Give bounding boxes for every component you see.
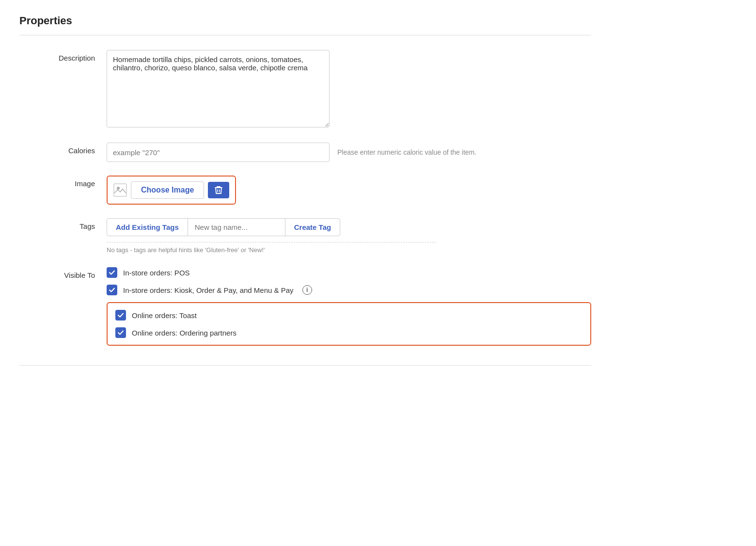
kiosk-info-icon[interactable]: i	[302, 285, 312, 295]
visible-to-kiosk-row: In-store orders: Kiosk, Order & Pay, and…	[107, 285, 591, 295]
tags-divider	[107, 242, 436, 242]
image-label: Image	[19, 176, 107, 188]
online-orders-box: Online orders: Toast Online orders: Orde…	[107, 302, 591, 346]
title-divider	[19, 35, 591, 35]
visible-to-partners-row: Online orders: Ordering partners	[115, 327, 583, 338]
visible-to-pos-row: In-store orders: POS	[107, 267, 591, 278]
partners-label: Online orders: Ordering partners	[132, 329, 236, 337]
trash-icon	[215, 186, 222, 194]
toast-label: Online orders: Toast	[132, 311, 197, 320]
kiosk-label: In-store orders: Kiosk, Order & Pay, and…	[123, 286, 294, 294]
calories-content: Please enter numeric caloric value of th…	[107, 143, 591, 162]
calories-label: Calories	[19, 143, 107, 155]
checkmark-icon	[109, 269, 115, 276]
calories-hint: Please enter numeric caloric value of th…	[337, 148, 476, 156]
partners-checkbox[interactable]	[115, 327, 126, 338]
image-placeholder-icon	[113, 183, 127, 197]
checkmark-icon	[117, 312, 124, 319]
tags-content: Add Existing Tags Create Tag No tags - t…	[107, 218, 591, 254]
svg-point-1	[117, 187, 120, 190]
description-row: Description Homemade tortilla chips, pic…	[19, 50, 591, 129]
bottom-divider	[19, 365, 591, 366]
checkmark-icon	[109, 287, 115, 293]
svg-rect-0	[114, 184, 126, 196]
tags-row: Tags Add Existing Tags Create Tag No tag…	[19, 218, 591, 254]
checkmark-icon	[117, 329, 124, 336]
new-tag-input[interactable]	[188, 218, 285, 236]
tags-label: Tags	[19, 218, 107, 230]
tags-controls: Add Existing Tags Create Tag	[107, 218, 591, 236]
image-controls-box: Choose Image	[107, 176, 236, 205]
pos-label: In-store orders: POS	[123, 269, 190, 277]
visible-to-toast-row: Online orders: Toast	[115, 310, 583, 321]
visible-to-label: Visible To	[19, 267, 107, 279]
add-existing-tags-button[interactable]: Add Existing Tags	[107, 218, 188, 236]
pos-checkbox[interactable]	[107, 267, 117, 278]
tags-hint: No tags - tags are helpful hints like 'G…	[107, 246, 591, 254]
choose-image-button[interactable]: Choose Image	[131, 181, 204, 199]
description-content: Homemade tortilla chips, pickled carrots…	[107, 50, 591, 129]
kiosk-checkbox[interactable]	[107, 285, 117, 295]
calories-row: Calories Please enter numeric caloric va…	[19, 143, 591, 162]
section-title: Properties	[19, 15, 591, 27]
calories-input[interactable]	[107, 143, 330, 162]
image-content: Choose Image	[107, 176, 591, 205]
visible-to-row: Visible To In-store orders: POS	[19, 267, 591, 346]
description-textarea[interactable]: Homemade tortilla chips, pickled carrots…	[107, 50, 330, 128]
description-label: Description	[19, 50, 107, 62]
visible-to-content: In-store orders: POS In-store orders: Ki…	[107, 267, 591, 346]
image-row: Image Choose Image	[19, 176, 591, 205]
delete-image-button[interactable]	[208, 182, 229, 198]
create-tag-button[interactable]: Create Tag	[285, 218, 340, 236]
visible-to-options: In-store orders: POS In-store orders: Ki…	[107, 267, 591, 346]
toast-checkbox[interactable]	[115, 310, 126, 321]
